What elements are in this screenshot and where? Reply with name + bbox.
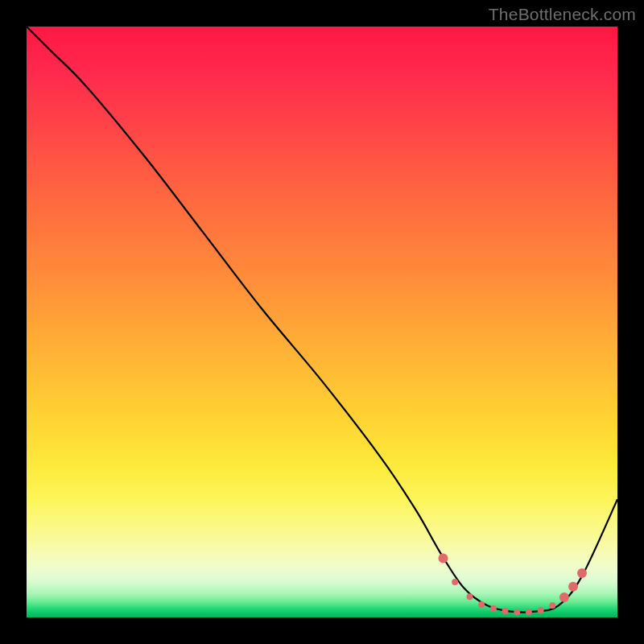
marker-dot — [568, 582, 578, 592]
marker-dot — [467, 593, 473, 600]
marker-dot — [439, 554, 448, 564]
watermark-text: TheBottleneck.com — [489, 5, 636, 24]
marker-dot — [526, 609, 532, 615]
marker-dot — [452, 579, 458, 585]
marker-dot — [549, 602, 555, 609]
marker-dot — [490, 605, 497, 612]
marker-dot — [538, 607, 544, 613]
marker-dot — [478, 601, 485, 608]
chart-overlay — [27, 27, 617, 617]
marker-dot — [502, 608, 509, 614]
bottleneck-curve-path — [27, 27, 617, 613]
marker-dot — [514, 609, 520, 615]
marker-dot — [559, 592, 569, 602]
marker-dot — [577, 568, 587, 578]
chart-stage: TheBottleneck.com — [0, 0, 644, 644]
